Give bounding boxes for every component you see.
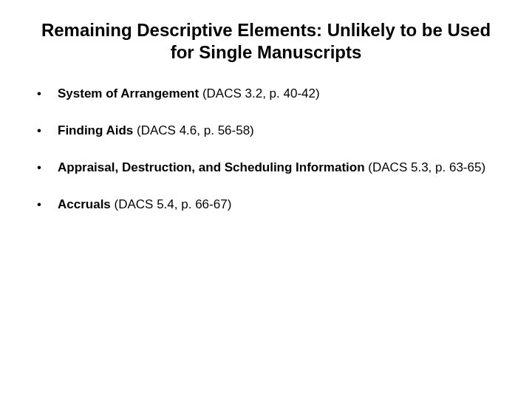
list-item: Finding Aids (DACS 4.6, p. 56-58): [37, 123, 502, 139]
item-lead: Finding Aids: [58, 123, 133, 137]
item-lead: Accruals: [58, 197, 111, 211]
item-lead: System of Arrangement: [58, 86, 199, 100]
item-rest: (DACS 5.3, p. 63-65): [365, 160, 485, 174]
list-item: Appraisal, Destruction, and Scheduling I…: [37, 160, 502, 176]
item-lead: Appraisal, Destruction, and Scheduling I…: [58, 160, 365, 174]
bullet-list: System of Arrangement (DACS 3.2, p. 40-4…: [37, 86, 502, 213]
item-rest: (DACS 3.2, p. 40-42): [199, 86, 319, 100]
item-rest: (DACS 4.6, p. 56-58): [133, 123, 253, 137]
item-rest: (DACS 5.4, p. 66-67): [111, 197, 231, 211]
list-item: Accruals (DACS 5.4, p. 66-67): [37, 197, 502, 213]
slide: Remaining Descriptive Elements: Unlikely…: [0, 0, 532, 399]
slide-title: Remaining Descriptive Elements: Unlikely…: [30, 19, 502, 64]
list-item: System of Arrangement (DACS 3.2, p. 40-4…: [37, 86, 502, 102]
